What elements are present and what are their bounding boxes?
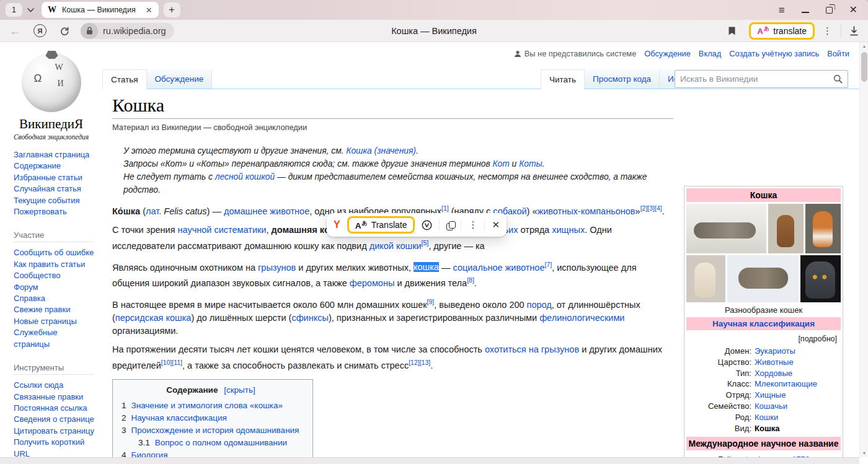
toolbar-more-icon[interactable]: ⋮ (823, 25, 832, 37)
yandex-browser-icon[interactable]: Я (33, 24, 46, 37)
wikipedia-logo[interactable]: Ω W И (22, 53, 81, 112)
sidebar-link[interactable]: Содержание (14, 160, 94, 172)
taxonomy-value[interactable]: Кошки (755, 412, 778, 423)
wiki-link[interactable]: Кошка (значения) (346, 146, 416, 155)
toc-link[interactable]: Происхождение и история одомашнивания (131, 424, 299, 437)
sidebar-link[interactable]: Цитировать страницу (14, 426, 94, 437)
sidebar-link[interactable]: Сообщество (14, 270, 94, 281)
sidebar-link[interactable]: Постоянная ссылка (14, 403, 94, 414)
horizontal-scrollbar[interactable] (0, 457, 859, 464)
sidebar-link[interactable]: Новые страницы (14, 316, 94, 327)
toolbar-translate-button[interactable]: Aあ translate (749, 22, 815, 40)
address-bar[interactable]: ru.wikipedia.org (81, 23, 174, 39)
sidebar-link[interactable]: Связанные правки (14, 392, 94, 403)
voice-read-icon[interactable] (422, 220, 432, 230)
wiki-link[interactable]: грызунов (258, 262, 296, 272)
minimize-icon[interactable] (802, 12, 809, 13)
reference-link[interactable]: [8] (467, 276, 474, 284)
reference-link[interactable]: [2][3][4] (640, 204, 662, 212)
copy-icon[interactable] (446, 221, 454, 229)
reload-icon[interactable] (60, 26, 69, 36)
sidebar-link[interactable]: Свежие правки (14, 304, 94, 315)
wiki-link[interactable]: персидская кошка (115, 313, 192, 323)
wiki-link[interactable]: хищных (552, 225, 585, 235)
sidebar-link[interactable]: Получить короткий URL (14, 437, 94, 460)
wiki-link[interactable]: пород (527, 300, 552, 310)
page-tab[interactable]: Просмотр кода (585, 69, 660, 89)
wiki-link[interactable]: лесной кошкой (215, 172, 275, 182)
user-link[interactable]: Создать учётную запись (729, 49, 819, 58)
back-icon[interactable]: ← (9, 25, 20, 37)
toc-link[interactable]: Значение и этимология слова «кошка» (131, 400, 283, 412)
reference-link[interactable]: [9] (427, 298, 435, 305)
wiki-link[interactable]: домашнее животное (224, 206, 309, 216)
sidebar-link[interactable]: Форум (14, 282, 94, 293)
scrollbar-thumb[interactable] (861, 52, 867, 82)
user-link[interactable]: Войти (827, 49, 849, 58)
toc-item[interactable]: 3Происхождение и история одомашнивания (122, 424, 300, 437)
page-tab[interactable]: Обсуждение (147, 69, 213, 89)
taxonomy-value[interactable]: Хищные (755, 390, 786, 401)
reference-link[interactable]: [12][13] (409, 359, 430, 366)
wiki-link[interactable]: лат. (146, 206, 161, 216)
wiki-search-box[interactable] (675, 70, 848, 88)
bookmark-icon[interactable] (728, 26, 736, 36)
close-window-icon[interactable]: ✕ (849, 5, 857, 15)
wiki-link[interactable]: сфинксы (291, 313, 328, 323)
toc-item[interactable]: 2Научная классификация (122, 412, 300, 424)
page-tab[interactable]: Читать (541, 69, 585, 89)
taxonomy-value[interactable]: Животные (755, 357, 794, 368)
toc-item[interactable]: 1Значение и этимология слова «кошка» (122, 400, 300, 412)
toc-link[interactable]: Вопрос о полном одомашнивании (155, 437, 287, 449)
popup-more-icon[interactable]: ⋮ (468, 219, 477, 230)
taxonomy-value[interactable]: Кошачьи (755, 401, 787, 412)
wiki-link[interactable]: Коты (519, 159, 542, 169)
yandex-logo-icon[interactable]: Y (334, 219, 340, 230)
scroll-down-icon[interactable]: ▼ (860, 451, 868, 455)
reference-link[interactable]: [1] (441, 204, 449, 212)
search-icon[interactable] (833, 74, 843, 84)
page-tab[interactable]: Статья (102, 69, 147, 89)
sidebar-link[interactable]: Сведения о странице (14, 414, 94, 425)
sidebar-link[interactable]: Как править статьи (14, 259, 94, 270)
wiki-link[interactable]: фелинологическими (539, 313, 624, 323)
reference-link[interactable]: [7] (544, 261, 552, 268)
wiki-link[interactable]: дикой кошки (370, 241, 422, 251)
scroll-up-icon[interactable]: ▲ (860, 44, 868, 48)
sidebar-link[interactable]: Ссылки сюда (14, 380, 94, 391)
wiki-link[interactable]: Кот (492, 159, 509, 169)
reference-link[interactable]: [10][11] (161, 359, 182, 366)
wiki-link[interactable]: научной систематики (178, 225, 267, 235)
wiki-link[interactable]: феромоны (350, 278, 395, 288)
vertical-scrollbar[interactable]: ▲ ▼ (859, 42, 868, 457)
lock-icon[interactable] (81, 23, 98, 39)
wiki-link[interactable]: социальное животное (453, 262, 544, 272)
restore-window-icon[interactable] (826, 7, 833, 14)
popup-translate-button[interactable]: Aあ Translate (347, 216, 415, 234)
wiki-link[interactable]: животных-компаньонов (537, 206, 635, 216)
tabs-chevron-down-icon[interactable] (22, 3, 38, 17)
download-icon[interactable] (849, 26, 859, 36)
sidebar-link[interactable]: Заглавная страница (14, 149, 94, 160)
toc-hide-link[interactable]: [скрыть] (224, 385, 255, 395)
search-input[interactable] (675, 74, 833, 84)
new-tab-button[interactable]: + (164, 2, 180, 17)
toc-link[interactable]: Научная классификация (131, 412, 227, 424)
toc-item[interactable]: 3.1Вопрос о полном одомашнивании (122, 437, 300, 449)
wiki-link[interactable]: охотиться на грызунов (485, 344, 579, 354)
sidebar-link[interactable]: Избранные статьи (14, 172, 94, 183)
tab-counter[interactable]: 1 (6, 3, 22, 17)
classification-detail-link[interactable]: [подробно] (686, 332, 841, 345)
sidebar-link[interactable]: Случайная статья (14, 183, 94, 195)
user-link[interactable]: Обсуждение (644, 49, 691, 58)
tab-close-icon[interactable]: ✕ (146, 6, 153, 15)
popup-close-icon[interactable]: ✕ (492, 219, 500, 230)
browser-tab-active[interactable]: W Кошка — Википедия ✕ (42, 2, 159, 18)
reference-link[interactable]: [5] (422, 239, 429, 247)
sidebar-link[interactable]: Пожертвовать (14, 206, 94, 217)
taxonomy-value[interactable]: Эукариоты (755, 346, 795, 357)
taxonomy-value[interactable]: Хордовые (755, 368, 792, 379)
taxonomy-value[interactable]: Млекопитающие (755, 379, 817, 390)
sidebar-link[interactable]: Сообщить об ошибке (14, 247, 94, 258)
menu-icon[interactable]: ≡ (779, 5, 785, 15)
